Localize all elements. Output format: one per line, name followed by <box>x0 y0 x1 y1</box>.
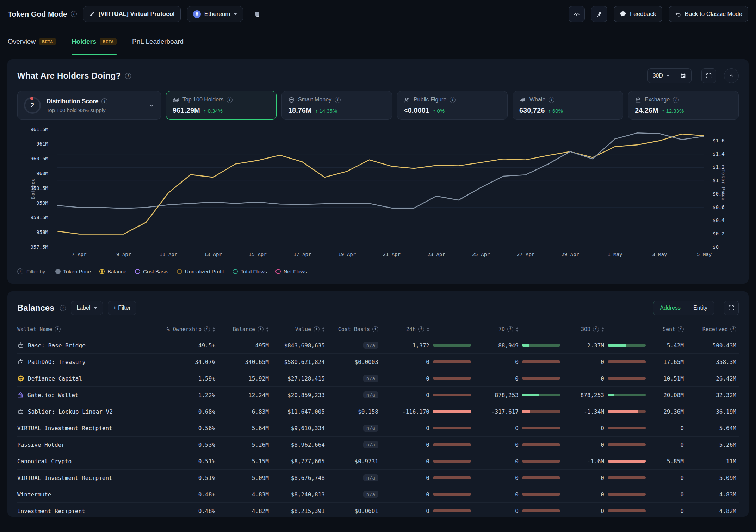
sent: 17.65M <box>646 359 684 365</box>
table-row[interactable]: VIRTUAL Investment Recipient0.56%5.64M$9… <box>17 420 739 437</box>
flow-bar <box>433 460 471 463</box>
feedback-button[interactable]: Feedback <box>614 6 662 22</box>
sent: 0 <box>646 508 684 514</box>
flow-bar <box>608 394 646 396</box>
add-filter-button[interactable]: + Filter <box>108 301 136 315</box>
toggle-address[interactable]: Address <box>653 301 687 315</box>
filter-by-label: i Filter by: <box>17 268 47 274</box>
ownership: 1.22% <box>137 392 215 398</box>
table-row[interactable]: Base: Base Bridge49.5%495M$843,698,635n/… <box>17 337 739 354</box>
column-header-30d[interactable]: 30Di <box>560 326 646 333</box>
fullscreen-button[interactable] <box>701 68 716 83</box>
flow-bar <box>522 460 560 463</box>
flow-value: -1.34M <box>584 408 604 415</box>
stat-card-distribution-score[interactable]: 2Distribution ScoreiTop 100 hold 93% sup… <box>17 91 161 120</box>
info-icon: i <box>314 326 320 332</box>
column-header-24h[interactable]: 24hi <box>378 326 471 333</box>
received: 5.26M <box>684 441 736 448</box>
pin-button[interactable] <box>591 6 607 22</box>
flow-value: 0 <box>515 458 519 465</box>
sent: 0 <box>646 491 684 498</box>
column-label: 24h <box>406 326 416 333</box>
received: 4.82M <box>684 508 736 514</box>
collapse-button[interactable] <box>724 68 739 83</box>
column-header-balance[interactable]: Balancei <box>215 326 269 333</box>
wallet-name: Gate.io: Wallet <box>17 392 137 398</box>
filter-option-unrealized-profit[interactable]: Unrealized Profit <box>177 268 224 274</box>
table-row[interactable]: Investment Recipient0.48%4.82M$8,215,391… <box>17 503 739 517</box>
filter-option-net-flows[interactable]: Net Flows <box>275 268 307 274</box>
period-selector[interactable]: 30D <box>648 69 675 83</box>
table-row[interactable]: Gate.io: Wallet1.22%12.24M$20,859,233n/a… <box>17 387 739 403</box>
filter-option-cost-basis[interactable]: Cost Basis <box>135 268 168 274</box>
filter-option-balance[interactable]: Balance <box>99 268 126 274</box>
tab-holders[interactable]: HoldersBETA <box>72 28 117 55</box>
wallet-name: VIRTUAL Investment Recipient <box>17 425 137 432</box>
flow-bar <box>433 493 471 496</box>
flow-value: 0 <box>515 441 519 448</box>
token-selector-button[interactable]: [VIRTUAL] Virtual Protocol <box>83 6 181 22</box>
flow-bar <box>608 443 646 446</box>
flow-bar <box>433 410 471 413</box>
tab-label: PnL Leaderboard <box>132 38 184 45</box>
calendar-button[interactable] <box>675 69 691 83</box>
filter-option-token-price[interactable]: Token Price <box>55 268 91 274</box>
flow-value: 0 <box>426 458 429 465</box>
column-header-ownership[interactable]: % Ownershipi <box>137 326 215 333</box>
tab-pnl-leaderboard[interactable]: PnL Leaderboard <box>132 28 184 55</box>
table-row[interactable]: Passive Holder0.53%5.26M$8,962,664n/a000… <box>17 437 739 453</box>
flow-value: 0 <box>515 491 519 498</box>
balance: 340.65M <box>215 359 269 365</box>
value: $8,777,665 <box>269 458 325 465</box>
network-selector[interactable]: Ethereum <box>187 6 243 22</box>
info-icon: i <box>55 326 61 332</box>
info-icon: i <box>507 326 513 332</box>
stat-card-public-figure[interactable]: Public Figurei<0.0001↑ 0% <box>397 91 508 120</box>
table-fullscreen-button[interactable] <box>724 301 739 315</box>
table-row[interactable]: Defiance Capital1.59%15.92M$27,128,415n/… <box>17 370 739 387</box>
table-row[interactable]: Canonical Crypto0.51%5.15M$8,777,665$0.9… <box>17 453 739 470</box>
column-header-cost-basis: Cost Basisi <box>325 326 378 333</box>
watch-button[interactable] <box>569 6 585 22</box>
toggle-entity[interactable]: Entity <box>687 301 714 315</box>
flow-bar <box>433 360 471 363</box>
filter-option-total-flows[interactable]: Total Flows <box>233 268 267 274</box>
table-row[interactable]: VIRTUAL Investment Recipient0.51%5.09M$8… <box>17 470 739 486</box>
flow-bar <box>433 509 471 512</box>
table-row[interactable]: Wintermute0.48%4.83M$8,240,813n/a00004.8… <box>17 486 739 503</box>
back-to-classic-button[interactable]: Back to Classic Mode <box>669 6 748 22</box>
cost-basis: n/a <box>325 425 378 432</box>
filter-option-label: Token Price <box>63 268 91 274</box>
flow-value: -116,170 <box>402 408 429 415</box>
sent: 20.08M <box>646 392 684 398</box>
info-icon: i <box>418 326 424 332</box>
column-label: 7D <box>498 326 505 333</box>
flow-value: 0 <box>601 508 604 514</box>
copy-address-button[interactable] <box>249 6 266 22</box>
column-header-7d[interactable]: 7Di <box>471 326 560 333</box>
tab-overview[interactable]: OverviewBETA <box>8 28 56 55</box>
chevron-down-icon <box>149 103 154 108</box>
stat-value: 18.76M <box>288 106 312 115</box>
cost-basis: n/a <box>325 391 378 398</box>
ownership: 0.48% <box>137 491 215 498</box>
table-row[interactable]: PathDAO: Treasury34.07%340.65M$580,621,8… <box>17 354 739 370</box>
stat-card-smart-money[interactable]: Smart Moneyi18.76M↑ 14.35% <box>281 91 392 120</box>
table-row[interactable]: Sablier: Lockup Linear V20.68%6.83M$11,6… <box>17 403 739 420</box>
flow-value: 878,253 <box>495 392 519 398</box>
received: 11M <box>684 458 736 465</box>
flow-value: 0 <box>426 441 429 448</box>
balance: 495M <box>215 342 269 349</box>
label-dropdown[interactable]: Label <box>71 301 103 315</box>
distribution-score-gauge: 2 <box>24 97 41 114</box>
stat-card-whale[interactable]: Whalei630,726↑ 60% <box>513 91 623 120</box>
stat-card-exchange[interactable]: Exchangei24.26M↑ 12.33% <box>628 91 739 120</box>
cost-basis: n/a <box>325 474 378 481</box>
stat-card-top-100-holders[interactable]: Top 100 Holdersi961.29M↑ 0.34% <box>166 91 277 120</box>
wallet-name: Base: Base Bridge <box>17 342 137 349</box>
column-header-value[interactable]: Valuei <box>269 326 325 333</box>
flow-value: 0 <box>515 359 519 365</box>
info-icon: i <box>335 97 341 103</box>
score-value: 2 <box>31 102 34 109</box>
cost-basis: n/a <box>325 441 378 448</box>
